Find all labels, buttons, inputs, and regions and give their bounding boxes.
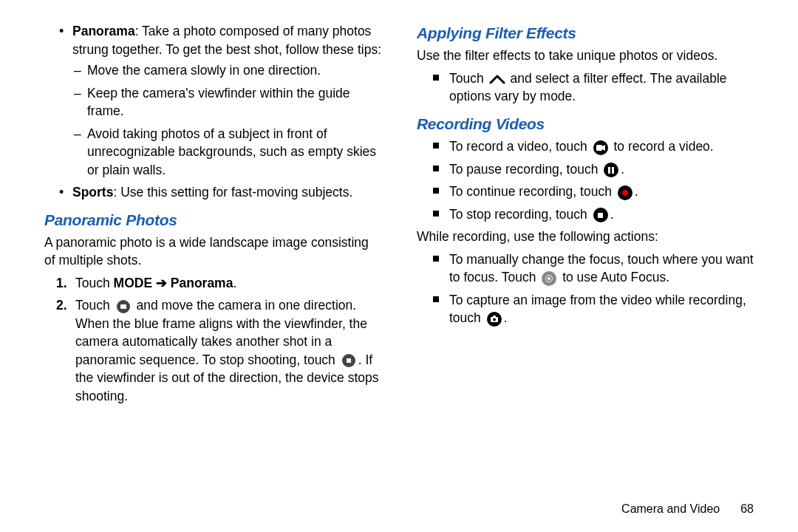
step-text: Touch [75, 276, 114, 290]
text: Touch [449, 71, 488, 86]
panoramic-intro: A panoramic photo is a wide landscape im… [44, 233, 381, 270]
mode-bullets: Panorama: Take a photo composed of many … [44, 22, 381, 202]
capture-camera-icon [486, 311, 502, 327]
chevron-up-icon [489, 71, 505, 87]
tip: Move the camera slowly in one direction. [72, 61, 381, 80]
svg-point-4 [493, 318, 496, 321]
text: . [504, 310, 508, 325]
heading-panoramic-photos: Panoramic Photos [44, 209, 381, 231]
stop-icon [593, 207, 609, 223]
camera-shutter-icon [115, 299, 132, 315]
left-column: Panorama: Take a photo composed of many … [44, 22, 381, 409]
bullet-panorama: Panorama: Take a photo composed of many … [44, 22, 381, 179]
footer-section: Camera and Video [621, 501, 720, 517]
continue-item: To continue recording, touch . [417, 183, 754, 201]
filter-item: Touch and select a filter effect. The av… [417, 69, 754, 106]
step-text: Touch [75, 298, 114, 313]
text: To continue recording, touch [449, 184, 615, 199]
step-2: Touch and move the camera in one directi… [44, 296, 381, 405]
text: . [610, 207, 614, 222]
svg-marker-1 [602, 145, 605, 151]
tip: Avoid taking photos of a subject in fron… [72, 125, 381, 180]
bullet-lead: Sports [72, 185, 113, 200]
footer-page-number: 68 [740, 501, 754, 517]
heading-recording-videos: Recording Videos [417, 113, 754, 134]
filter-intro: Use the filter effects to take unique ph… [417, 47, 754, 65]
text: To pause recording, touch [449, 162, 601, 177]
pause-icon [603, 162, 619, 178]
svg-rect-3 [493, 316, 496, 318]
text: to use Auto Focus. [559, 270, 669, 284]
pause-item: To pause recording, touch . [417, 160, 754, 179]
bullet-lead: Panorama [72, 24, 135, 38]
stop-item: To stop recording, touch . [417, 205, 754, 224]
record-item: To record a video, touch to record a vid… [417, 137, 754, 156]
tip: Keep the camera's viewfinder within the … [72, 84, 381, 120]
page-footer: Camera and Video 68 [621, 501, 754, 517]
capture-item: To capture an image from the video while… [417, 291, 754, 327]
text: To record a video, touch [449, 139, 591, 154]
stop-shooting-icon [341, 352, 357, 369]
right-column: Applying Filter Effects Use the filter e… [417, 22, 754, 409]
heading-applying-filter-effects: Applying Filter Effects [417, 22, 754, 44]
recording-list: To record a video, touch to record a vid… [417, 137, 754, 223]
text: To stop recording, touch [449, 207, 591, 222]
bullet-sports: Sports: Use this setting for fast-moving… [44, 183, 381, 202]
while-list: To manually change the focus, touch wher… [417, 250, 754, 327]
while-recording: While recording, use the following actio… [417, 228, 754, 246]
step-1: Touch MODE ➔ Panorama. [44, 274, 381, 293]
text: . [621, 162, 624, 177]
record-dot-icon [617, 185, 633, 201]
text: . [635, 184, 638, 199]
record-video-icon [593, 140, 609, 156]
focus-item: To manually change the focus, touch wher… [417, 250, 754, 287]
filter-list: Touch and select a filter effect. The av… [417, 69, 754, 106]
step-bold: MODE ➔ Panorama [114, 276, 233, 290]
autofocus-icon [541, 270, 557, 287]
panorama-steps: Touch MODE ➔ Panorama. Touch and move th… [44, 274, 381, 406]
bullet-text: : Use this setting for fast-moving subje… [113, 185, 352, 200]
step-text: . [233, 276, 236, 290]
text: to record a video. [610, 139, 714, 154]
panorama-tips: Move the camera slowly in one direction.… [72, 61, 381, 179]
svg-rect-0 [596, 145, 602, 151]
